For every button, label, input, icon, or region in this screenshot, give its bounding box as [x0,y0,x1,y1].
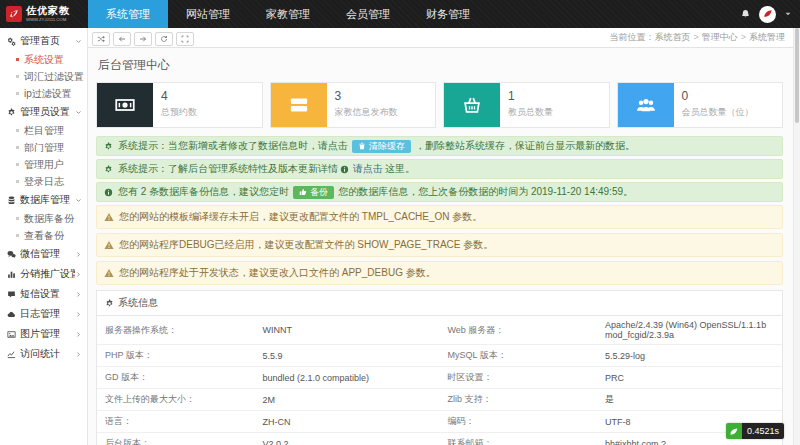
gear-icon [7,108,16,117]
sidebar-item[interactable]: 系统设置 [0,51,87,68]
top-nav-item[interactable]: 网站管理 [168,0,248,28]
sidebar-item-label: ip过滤设置 [24,87,72,101]
info-value: WINNT [255,316,440,345]
comment-icon [7,290,16,299]
stat-label: 总预约数 [161,106,197,119]
bell-icon[interactable] [740,9,751,20]
backup-button[interactable]: 备份 [293,186,334,199]
avatar[interactable] [759,6,776,23]
tab-tool-button[interactable] [155,32,173,46]
sidebar-group-label: 微信管理 [20,247,75,261]
info-label: 语言： [97,411,255,433]
info-label: MySQL 版本： [439,345,597,367]
sidebar-item-label: 登录日志 [24,175,64,189]
top-nav-item[interactable]: 系统管理 [88,0,168,28]
tab-tool-button[interactable] [134,32,152,46]
sidebar-group[interactable]: 管理首页 [0,31,87,51]
alert-text: 系统提示：当您新增或者修改了数据信息时，请点击 [118,139,348,153]
tab-tool-button[interactable] [113,32,131,46]
top-nav-item[interactable]: 财务管理 [408,0,488,28]
arrow-right-icon [139,35,147,43]
table-row: GD 版本：bundled (2.1.0 compatible)时区设置：PRC [97,367,782,389]
trace-badge[interactable]: 0.4521s [726,423,784,439]
sidebar-group[interactable]: 数据库管理 [0,190,87,210]
scrollbar[interactable] [793,28,800,445]
top-nav-item[interactable]: 会员管理 [328,0,408,28]
stat-card: 0会员总数量（位） [617,82,784,128]
refresh-icon [160,35,168,43]
sidebar-item[interactable]: 词汇过滤设置 [0,68,87,85]
bullet-icon [16,58,19,61]
sidebar-group[interactable]: 短信设置 [0,284,87,304]
sidebar-item[interactable]: 栏目管理 [0,122,87,139]
sidebar-group[interactable]: 分销推广设置 [0,264,87,284]
bullet-icon [16,75,19,78]
thinkphp-icon [726,423,742,439]
sidebar-group-label: 数据库管理 [20,193,75,207]
stat-value: 3 [335,90,398,102]
alert-link[interactable]: 请点击 [353,162,383,176]
table-row: PHP 版本：5.5.9MySQL 版本：5.5.29-log [97,345,782,367]
breadcrumb-item[interactable]: 系统首页 [654,32,690,42]
info-value: ZH-CN [255,411,440,433]
sidebar-item-label: 管理用户 [24,158,64,172]
chevron-down-icon [75,197,82,204]
sidebar-group[interactable]: 图片管理 [0,324,87,344]
bullet-icon [16,163,19,166]
sidebar-item[interactable]: 数据库备份 [0,210,87,227]
info-value: 5.5.9 [255,345,440,367]
gear-icon [105,299,114,308]
sidebar-item[interactable]: ip过滤设置 [0,85,87,102]
alert-text: 您的网站程序DEBUG已经启用，建议更改配置文件的 SHOW_PAGE_TRAC… [119,238,493,252]
system-info-table: 服务器操作系统：WINNTWeb 服务器：Apache/2.4.39 (Win6… [97,316,782,445]
bar-chart-icon [7,270,16,279]
info-value: bundled (2.1.0 compatible) [255,367,440,389]
system-info-title: 系统信息 [118,296,158,310]
info-label: Zlib 支持： [439,389,597,411]
top-nav-item[interactable]: 家教管理 [248,0,328,28]
sidebar-item[interactable]: 登录日志 [0,173,87,190]
sidebar-item[interactable]: 部门管理 [0,139,87,156]
scrollbar-thumb[interactable] [795,28,799,123]
stat-card: 4总预约数 [96,82,263,128]
success-alerts: 系统提示：当您新增或者修改了数据信息时，请点击清除缓存，删除整站系统缓存，保证前… [96,136,783,202]
line-chart-icon [7,350,16,359]
sidebar-group[interactable]: 管理员设置 [0,102,87,122]
warning-icon [104,268,114,278]
bullet-icon [16,180,19,183]
info-value: V2.0.2 [255,433,440,445]
stat-label: 家教信息发布数 [335,106,398,119]
alert-text: 您有 2 条数据库备份信息，建议您定时 [118,185,289,199]
sidebar-item-label: 词汇过滤设置 [24,70,84,84]
info-label: 文件上传的最大大小： [97,389,255,411]
shuffle-icon [97,35,105,43]
stat-card-iconbox [97,83,153,127]
chevron-down-icon[interactable] [784,10,792,18]
sidebar-group[interactable]: 微信管理 [0,244,87,264]
stat-value: 4 [161,90,197,102]
stat-cards: 4总预约数3家教信息发布数1教员总数量0会员总数量（位） [96,82,783,128]
sidebar-group[interactable]: 访问统计 [0,344,87,364]
sidebar-group[interactable]: 日志管理 [0,304,87,324]
chevron-down-icon [75,38,82,45]
chevron-down-icon [75,109,82,116]
bullet-icon [16,217,19,220]
alert-text: 系统提示：了解后台管理系统特性及版本更新详情 [118,162,338,176]
sidebar: 管理首页系统设置词汇过滤设置ip过滤设置管理员设置栏目管理部门管理管理用户登录日… [0,28,88,445]
breadcrumb-item[interactable]: 管理中心 [702,32,738,42]
breadcrumb-item[interactable]: 系统管理 [749,32,785,42]
warning-alert: 您的网站程序DEBUG已经启用，建议更改配置文件的 SHOW_PAGE_TRAC… [96,233,783,257]
breadcrumb-separator: > [741,32,746,42]
stat-card-info: 4总预约数 [153,83,205,127]
gear-icon [104,142,113,151]
chevron-right-icon [75,271,82,278]
sidebar-item[interactable]: 管理用户 [0,156,87,173]
alert-text: 您的网站的模板编译缓存未开启，建议更改配置文件的 TMPL_CACHE_ON 参… [119,210,482,224]
sidebar-item[interactable]: 查看备份 [0,227,87,244]
tab-tool-button[interactable] [176,32,194,46]
clear-cache-button[interactable]: 清除缓存 [352,140,411,153]
table-row: 服务器操作系统：WINNTWeb 服务器：Apache/2.4.39 (Win6… [97,316,782,345]
warning-alert: 您的网站程序处于开发状态，建议更改入口文件的 APP_DEBUG 参数。 [96,261,783,285]
app-logo[interactable]: 佐优家教 WWW.ZYJJ111.COM [0,0,88,28]
tab-tool-button[interactable] [92,32,110,46]
